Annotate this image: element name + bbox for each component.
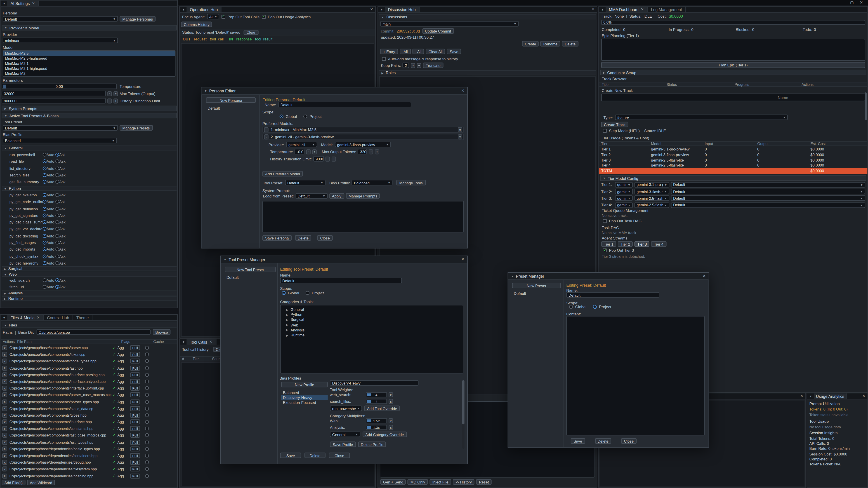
- rename-discussion-button[interactable]: Rename: [540, 41, 560, 46]
- remove-weight-button[interactable]: x: [389, 399, 393, 404]
- decrement-button[interactable]: -: [107, 91, 112, 96]
- delete-button[interactable]: Delete: [595, 438, 611, 444]
- manage-presets-button[interactable]: Manage Presets: [120, 125, 153, 130]
- model-option[interactable]: MiniMax-M2.1-highspeed: [3, 66, 175, 71]
- add-wildcard-button[interactable]: Add Wildcard: [27, 480, 55, 485]
- collapse-caret-icon[interactable]: ▼: [182, 8, 185, 11]
- create-discussion-button[interactable]: Create: [522, 41, 539, 46]
- cache-toggle[interactable]: [145, 380, 149, 383]
- agg-flag-label[interactable]: Agg: [117, 474, 130, 478]
- agg-flag-label[interactable]: Agg: [117, 413, 130, 417]
- scope-project-radio[interactable]: [304, 115, 307, 119]
- tab-files-media[interactable]: Files & Media✕: [7, 315, 44, 320]
- tier-preset-select[interactable]: Default▼: [671, 189, 865, 194]
- system-prompt-textarea[interactable]: [262, 201, 464, 232]
- tab-theme[interactable]: Theme: [73, 315, 93, 320]
- ask-radio[interactable]: [55, 160, 59, 163]
- ask-radio[interactable]: [55, 173, 59, 177]
- full-flag-button[interactable]: Full: [130, 399, 140, 404]
- decrement-button[interactable]: -: [326, 156, 330, 161]
- preset-manager-titlebar[interactable]: ▼ Preset Manager ✕: [508, 273, 709, 280]
- tab-discussion-hub[interactable]: Discussion Hub: [385, 6, 420, 12]
- agg-check-icon[interactable]: ✓: [112, 427, 117, 431]
- model-option[interactable]: MiniMax-M2.5-highspeed: [3, 56, 175, 61]
- auto-radio[interactable]: [43, 193, 46, 197]
- plan-epic-button[interactable]: Plan Epic (Tier 1): [601, 62, 865, 68]
- weight-slider[interactable]: 4: [366, 399, 387, 404]
- remove-file-button[interactable]: x: [2, 473, 7, 478]
- collapse-caret-icon[interactable]: ▼: [380, 8, 383, 11]
- ask-radio[interactable]: [55, 214, 59, 217]
- group-runtime-header[interactable]: ▶Runtime: [2, 296, 177, 301]
- increment-button[interactable]: +: [332, 156, 336, 161]
- cache-toggle[interactable]: [145, 427, 149, 431]
- full-flag-button[interactable]: Full: [130, 419, 140, 424]
- remove-file-button[interactable]: x: [2, 365, 7, 370]
- agg-flag-label[interactable]: Agg: [117, 400, 130, 403]
- ask-radio[interactable]: [55, 207, 59, 210]
- tier-preset-select[interactable]: Default▼: [671, 195, 865, 201]
- agg-check-icon[interactable]: ✓: [112, 447, 117, 451]
- tool-preset-select[interactable]: Default▼: [285, 180, 326, 185]
- collapse-caret-icon[interactable]: ▼: [601, 8, 604, 11]
- auto-radio[interactable]: [43, 207, 46, 210]
- group-general-header[interactable]: ▼General: [2, 145, 177, 151]
- temperature-input[interactable]: -0.0: [294, 149, 305, 154]
- agg-check-icon[interactable]: ✓: [112, 474, 117, 478]
- agg-check-icon[interactable]: ✓: [112, 359, 117, 363]
- full-flag-button[interactable]: Full: [130, 473, 140, 478]
- cache-toggle[interactable]: [145, 366, 149, 370]
- category-row[interactable]: ▶Runtime: [281, 332, 463, 338]
- agg-flag-label[interactable]: Agg: [117, 393, 130, 397]
- remove-file-button[interactable]: x: [2, 406, 7, 411]
- composer-button[interactable]: -> History: [453, 479, 474, 485]
- cache-toggle[interactable]: [145, 400, 149, 403]
- scope-global-radio[interactable]: [280, 115, 283, 119]
- agg-check-icon[interactable]: ✓: [112, 393, 117, 397]
- group-python-header[interactable]: ▼Python: [2, 186, 177, 191]
- full-flag-button[interactable]: Full: [130, 447, 140, 451]
- tool-override-select[interactable]: run_powershell▼: [330, 405, 362, 411]
- files-section-header[interactable]: ▼Files: [2, 323, 177, 328]
- close-dialog-button[interactable]: Close: [329, 453, 350, 458]
- cache-toggle[interactable]: [145, 393, 149, 397]
- agg-flag-label[interactable]: Agg: [117, 433, 130, 437]
- agg-flag-label[interactable]: Agg: [117, 373, 130, 377]
- tab-tool-calls[interactable]: Tool Calls✕: [186, 339, 216, 345]
- reorder-handle[interactable]: -: [264, 134, 269, 139]
- full-flag-button[interactable]: Full: [130, 413, 140, 418]
- full-flag-button[interactable]: Full: [130, 453, 140, 458]
- remove-file-button[interactable]: x: [2, 447, 7, 451]
- ask-radio[interactable]: [55, 220, 59, 224]
- tier-model-config-header[interactable]: ▼Tier Model Config: [600, 175, 866, 181]
- auto-radio[interactable]: [43, 227, 46, 231]
- agg-flag-label[interactable]: Agg: [117, 447, 130, 451]
- auto-radio[interactable]: [43, 153, 46, 157]
- bias-profile-item[interactable]: Balanced: [281, 390, 328, 395]
- manage-prompts-button[interactable]: Manage Prompts: [346, 193, 380, 199]
- delete-profile-button[interactable]: Delete Profile: [358, 442, 386, 447]
- system-prompts-section-header[interactable]: ▶System Prompts: [2, 106, 177, 111]
- track-name-input[interactable]: Name: [601, 94, 865, 101]
- track-type-select[interactable]: feature▼: [615, 115, 788, 120]
- manage-personas-button[interactable]: Manage Personas: [120, 16, 156, 22]
- history-limit-input[interactable]: 900000: [313, 156, 324, 162]
- tier-model-select[interactable]: gemini-2.5-flash-lite▼: [634, 202, 669, 208]
- model-option[interactable]: MiniMax-M2: [3, 71, 175, 76]
- cache-toggle[interactable]: [145, 454, 149, 457]
- new-persona-button[interactable]: New Persona: [206, 97, 256, 103]
- remove-file-button[interactable]: x: [2, 460, 7, 465]
- scrollbar-thumb[interactable]: [462, 380, 465, 424]
- tier-model-select[interactable]: gemini-3.1-pro-preview▼: [634, 182, 669, 187]
- increment-button[interactable]: +: [114, 98, 118, 103]
- decrement-button[interactable]: -: [369, 149, 373, 154]
- close-tab-icon[interactable]: ✕: [32, 1, 35, 6]
- cache-toggle[interactable]: [145, 467, 149, 471]
- full-flag-button[interactable]: Full: [130, 365, 140, 370]
- slider-thumb[interactable]: [3, 85, 6, 89]
- remove-file-button[interactable]: x: [2, 413, 7, 418]
- manage-tools-button[interactable]: Manage Tools: [397, 180, 426, 185]
- category-row[interactable]: ▶Analysis: [281, 327, 463, 332]
- remove-file-button[interactable]: x: [2, 466, 7, 471]
- remove-multiplier-button[interactable]: x: [389, 425, 393, 430]
